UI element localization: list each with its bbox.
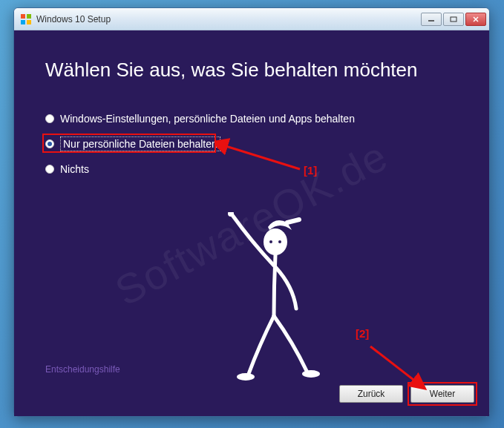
- windows-setup-icon: [20, 13, 32, 25]
- maximize-button[interactable]: [443, 13, 464, 26]
- window-controls: [421, 13, 486, 26]
- svg-point-17: [302, 370, 320, 378]
- options-group: Windows-Einstellungen, persönliche Datei…: [45, 113, 458, 175]
- close-button[interactable]: [465, 13, 486, 26]
- help-link[interactable]: Entscheidungshilfe: [45, 364, 120, 375]
- page-heading: Wählen Sie aus, was Sie behalten möchten: [45, 59, 458, 82]
- option-label: Nur persönliche Dateien behalten: [60, 136, 220, 151]
- option-label: Windows-Einstellungen, persönliche Datei…: [60, 113, 355, 125]
- window-title: Windows 10 Setup: [36, 14, 421, 24]
- svg-rect-1: [27, 14, 31, 19]
- svg-point-16: [237, 373, 255, 381]
- button-row: Zurück Weiter: [339, 385, 474, 403]
- radio-icon: [45, 139, 54, 148]
- radio-icon: [45, 114, 54, 123]
- radio-icon: [45, 165, 54, 174]
- titlebar[interactable]: Windows 10 Setup: [14, 8, 489, 30]
- svg-point-13: [269, 240, 272, 243]
- option-nothing[interactable]: Nichts: [45, 163, 458, 175]
- setup-body: Wählen Sie aus, was Sie behalten möchten…: [14, 30, 489, 416]
- svg-rect-0: [21, 14, 25, 19]
- back-button[interactable]: Zurück: [339, 385, 403, 403]
- mascot-figure-icon: [222, 212, 326, 383]
- minimize-button[interactable]: [421, 13, 442, 26]
- svg-line-11: [370, 346, 416, 382]
- svg-rect-5: [451, 17, 456, 22]
- svg-point-14: [278, 240, 281, 243]
- option-label: Nichts: [60, 163, 89, 175]
- svg-rect-3: [27, 20, 31, 24]
- svg-rect-2: [21, 20, 25, 24]
- setup-window: Windows 10 Setup Wählen Sie aus, was Sie…: [13, 7, 490, 417]
- next-button[interactable]: Weiter: [410, 385, 474, 403]
- svg-point-15: [228, 212, 234, 217]
- option-keep-files[interactable]: Nur persönliche Dateien behalten: [45, 136, 458, 151]
- annotation-label-2: [2]: [356, 327, 369, 340]
- svg-point-12: [264, 228, 287, 255]
- option-keep-all[interactable]: Windows-Einstellungen, persönliche Datei…: [45, 113, 458, 125]
